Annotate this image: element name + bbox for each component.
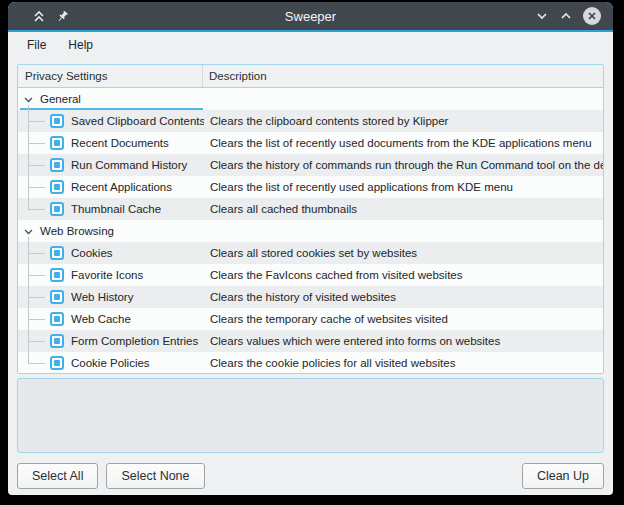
row-description: Clears values which were entered into fo… bbox=[204, 330, 603, 352]
table-row[interactable]: Run Command History Clears the history o… bbox=[18, 154, 603, 176]
row-label: Web Cache bbox=[71, 313, 131, 325]
row-label: Web History bbox=[71, 291, 133, 303]
button-row: Select All Select None Clean Up bbox=[17, 463, 604, 489]
row-description: Clears the list of recently used applica… bbox=[204, 176, 603, 198]
table-body: General Saved Clipboard Contents Clears … bbox=[18, 88, 603, 374]
select-none-button[interactable]: Select None bbox=[106, 463, 204, 489]
row-label: Cookie Policies bbox=[71, 357, 150, 369]
checkbox-mark bbox=[54, 338, 60, 344]
row-label: Web Browsing bbox=[40, 225, 114, 237]
checkbox-checked[interactable] bbox=[50, 290, 64, 304]
tree-branch-line bbox=[18, 198, 46, 220]
checkbox-mark bbox=[54, 184, 60, 190]
checkbox-mark bbox=[54, 206, 60, 212]
table-row[interactable]: General bbox=[18, 88, 603, 110]
column-header-description[interactable]: Description bbox=[203, 65, 603, 87]
tree-branch-line bbox=[18, 154, 46, 176]
checkbox-checked[interactable] bbox=[50, 246, 64, 260]
row-label: Cookies bbox=[71, 247, 113, 259]
table-row[interactable]: Form Completion Entries Clears values wh… bbox=[18, 330, 603, 352]
minimize-icon[interactable] bbox=[535, 9, 549, 23]
row-label: Favorite Icons bbox=[71, 269, 143, 281]
table-header: Privacy Settings Description bbox=[18, 65, 603, 88]
checkbox-checked[interactable] bbox=[50, 158, 64, 172]
column-header-privacy-settings[interactable]: Privacy Settings bbox=[18, 65, 203, 87]
row-label: Thumbnail Cache bbox=[71, 203, 161, 215]
clean-up-button[interactable]: Clean Up bbox=[522, 463, 604, 489]
close-icon[interactable] bbox=[583, 7, 601, 25]
row-label: Recent Applications bbox=[71, 181, 172, 193]
menu-file[interactable]: File bbox=[18, 35, 55, 55]
menu-help[interactable]: Help bbox=[59, 35, 102, 55]
select-all-button[interactable]: Select All bbox=[17, 463, 98, 489]
sweeper-window: Sweeper File Help bbox=[8, 2, 613, 495]
checkbox-mark bbox=[54, 162, 60, 168]
row-description: Clears all stored cookies set by website… bbox=[204, 242, 603, 264]
status-panel bbox=[17, 378, 604, 453]
row-description: Clears the history of visited websites bbox=[204, 286, 603, 308]
maximize-icon[interactable] bbox=[559, 9, 573, 23]
tree-branch-line bbox=[18, 330, 46, 352]
menubar: File Help bbox=[8, 32, 613, 58]
tree-branch-line bbox=[18, 176, 46, 198]
checkbox-checked[interactable] bbox=[50, 334, 64, 348]
checkbox-checked[interactable] bbox=[50, 136, 64, 150]
row-description bbox=[204, 88, 603, 110]
checkbox-mark bbox=[54, 272, 60, 278]
pin-icon[interactable] bbox=[55, 9, 69, 23]
checkbox-mark bbox=[54, 316, 60, 322]
tree-branch-line bbox=[18, 242, 46, 264]
checkbox-checked[interactable] bbox=[50, 356, 64, 370]
chevron-down-icon[interactable] bbox=[22, 93, 35, 106]
table-row[interactable]: Cookie Policies Clears the cookie polici… bbox=[18, 352, 603, 374]
tree-branch-line bbox=[18, 308, 46, 330]
checkbox-mark bbox=[54, 250, 60, 256]
row-description: Clears all cached thumbnails bbox=[204, 198, 603, 220]
checkbox-checked[interactable] bbox=[50, 312, 64, 326]
table-row[interactable]: Web Browsing bbox=[18, 220, 603, 242]
row-label: Run Command History bbox=[71, 159, 187, 171]
table-row[interactable]: Thumbnail Cache Clears all cached thumbn… bbox=[18, 198, 603, 220]
row-description: Clears the temporary cache of websites v… bbox=[204, 308, 603, 330]
checkbox-mark bbox=[54, 294, 60, 300]
row-label: General bbox=[40, 93, 81, 105]
table-row[interactable]: Web History Clears the history of visite… bbox=[18, 286, 603, 308]
row-label: Saved Clipboard Contents bbox=[71, 115, 204, 127]
checkbox-mark bbox=[54, 118, 60, 124]
chevron-down-icon[interactable] bbox=[22, 225, 35, 238]
keep-above-icon[interactable] bbox=[32, 9, 46, 23]
row-description: Clears the FavIcons cached from visited … bbox=[204, 264, 603, 286]
checkbox-checked[interactable] bbox=[50, 202, 64, 216]
tree-branch-line bbox=[18, 110, 46, 132]
tree-branch-line bbox=[18, 264, 46, 286]
table-row[interactable]: Web Cache Clears the temporary cache of … bbox=[18, 308, 603, 330]
row-label: Recent Documents bbox=[71, 137, 169, 149]
row-description bbox=[204, 220, 603, 242]
row-label: Form Completion Entries bbox=[71, 335, 198, 347]
table-row[interactable]: Cookies Clears all stored cookies set by… bbox=[18, 242, 603, 264]
row-description: Clears the history of commands run throu… bbox=[204, 154, 603, 176]
table-row[interactable]: Recent Documents Clears the list of rece… bbox=[18, 132, 603, 154]
checkbox-mark bbox=[54, 360, 60, 366]
checkbox-checked[interactable] bbox=[50, 114, 64, 128]
row-description: Clears the cookie policies for all visit… bbox=[204, 352, 603, 374]
table-row[interactable]: Recent Applications Clears the list of r… bbox=[18, 176, 603, 198]
tree-branch-line bbox=[18, 352, 46, 374]
table-row[interactable]: Saved Clipboard Contents Clears the clip… bbox=[18, 110, 603, 132]
titlebar[interactable]: Sweeper bbox=[8, 2, 613, 30]
table-row[interactable]: Favorite Icons Clears the FavIcons cache… bbox=[18, 264, 603, 286]
checkbox-checked[interactable] bbox=[50, 268, 64, 282]
row-description: Clears the clipboard contents stored by … bbox=[204, 110, 603, 132]
window-title: Sweeper bbox=[8, 9, 613, 24]
privacy-settings-tree[interactable]: Privacy Settings Description General bbox=[17, 64, 604, 374]
tree-branch-line bbox=[18, 132, 46, 154]
checkbox-mark bbox=[54, 140, 60, 146]
tree-branch-line bbox=[18, 286, 46, 308]
checkbox-checked[interactable] bbox=[50, 180, 64, 194]
row-description: Clears the list of recently used documen… bbox=[204, 132, 603, 154]
